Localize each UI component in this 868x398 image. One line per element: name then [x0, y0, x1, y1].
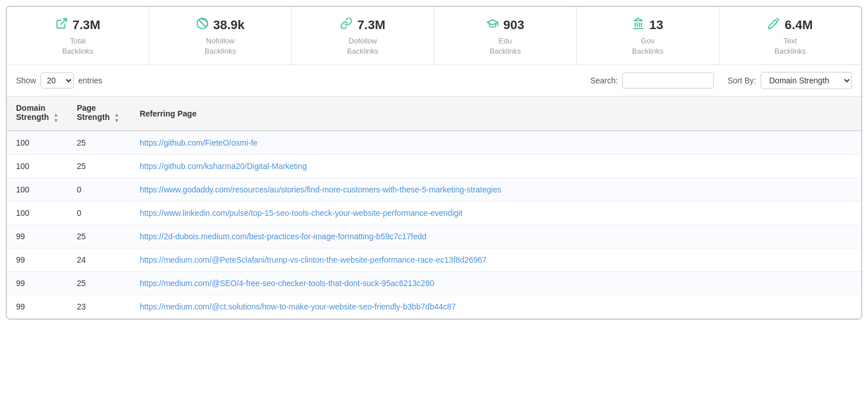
referring-page-link[interactable]: https://github.com/ksharma20/Digital-Mar…	[139, 162, 307, 171]
table-row: 9924https://medium.com/@PeteSclafani/tru…	[7, 248, 861, 272]
svg-line-9	[777, 18, 779, 21]
stat-value-dofollow-backlinks: 7.3M	[298, 17, 428, 33]
controls-row: Show 102050100 entries Search: Sort By: …	[7, 65, 861, 97]
stat-label-text-backlinks: TextBacklinks	[725, 36, 855, 57]
entries-select[interactable]: 102050100	[41, 73, 74, 89]
svg-marker-8	[634, 18, 643, 21]
table-row: 9925https://medium.com/@SEO/4-free-seo-c…	[7, 272, 861, 295]
stat-label-total-backlinks: TotalBacklinks	[13, 36, 143, 57]
cell-referring-page[interactable]: https://medium.com/@ct.solutions/how-to-…	[130, 295, 861, 319]
stat-label-gov-backlinks: GovBacklinks	[582, 36, 713, 57]
cell-domain-strength: 100	[7, 131, 67, 155]
stat-item-nofollow-backlinks: 38.9k NofollowBacklinks	[149, 7, 291, 65]
cell-domain-strength: 99	[7, 272, 67, 295]
col-header-referring-page: Referring Page	[130, 97, 861, 131]
stat-value-nofollow-backlinks: 38.9k	[155, 17, 285, 33]
cell-referring-page[interactable]: https://medium.com/@PeteSclafani/trump-v…	[130, 248, 861, 272]
referring-page-link[interactable]: https://medium.com/@ct.solutions/how-to-…	[139, 302, 455, 311]
stats-row: 7.3M TotalBacklinks 38.9k NofollowBackli…	[7, 7, 861, 65]
cell-page-strength: 25	[67, 272, 130, 295]
stat-item-gov-backlinks: 13 GovBacklinks	[577, 7, 719, 65]
cell-domain-strength: 100	[7, 155, 67, 178]
external-link-icon	[55, 17, 68, 33]
stat-number-nofollow-backlinks: 38.9k	[213, 18, 245, 33]
cell-page-strength: 25	[67, 225, 130, 248]
cell-page-strength: 24	[67, 248, 130, 272]
table-row: 1000https://www.godaddy.com/resources/au…	[7, 178, 861, 202]
referring-page-link[interactable]: https://medium.com/@PeteSclafani/trump-v…	[139, 255, 486, 264]
sort-arrows-domain-strength: ▲▼	[53, 112, 58, 123]
cell-referring-page[interactable]: https://www.linkedin.com/pulse/top-15-se…	[130, 202, 861, 225]
edu-icon	[486, 17, 499, 33]
cell-domain-strength: 100	[7, 178, 67, 202]
cell-domain-strength: 100	[7, 202, 67, 225]
svg-line-0	[61, 19, 66, 25]
cell-page-strength: 25	[67, 131, 130, 155]
table-header: DomainStrength ▲▼PageStrength ▲▼Referrin…	[7, 97, 861, 131]
cell-domain-strength: 99	[7, 295, 67, 319]
referring-page-link[interactable]: https://github.com/FieteO/osmi-fe	[139, 138, 257, 147]
sort-select[interactable]: Domain StrengthPage StrengthReferring Pa…	[761, 72, 852, 89]
stat-item-dofollow-backlinks: 7.3M DofollowBacklinks	[292, 7, 434, 65]
table-row: 9923https://medium.com/@ct.solutions/how…	[7, 295, 861, 319]
cell-domain-strength: 99	[7, 248, 67, 272]
cell-page-strength: 25	[67, 155, 130, 178]
col-header-domain-strength[interactable]: DomainStrength ▲▼	[7, 97, 67, 131]
stat-label-nofollow-backlinks: NofollowBacklinks	[155, 36, 285, 57]
nofollow-icon	[196, 17, 209, 33]
sort-arrows-page-strength: ▲▼	[114, 112, 119, 123]
stat-number-gov-backlinks: 13	[649, 18, 663, 33]
stat-number-dofollow-backlinks: 7.3M	[357, 18, 385, 33]
stat-label-dofollow-backlinks: DofollowBacklinks	[298, 36, 428, 57]
cell-page-strength: 23	[67, 295, 130, 319]
cell-referring-page[interactable]: https://2d-dubois.medium.com/best-practi…	[130, 225, 861, 248]
show-label: Show	[16, 76, 36, 85]
stat-item-text-backlinks: 6.4M TextBacklinks	[719, 7, 861, 65]
search-input[interactable]	[622, 73, 714, 89]
stat-label-edu-backlinks: EduBacklinks	[440, 36, 570, 57]
cell-referring-page[interactable]: https://github.com/FieteO/osmi-fe	[130, 131, 861, 155]
stat-value-edu-backlinks: 903	[440, 17, 570, 33]
gov-icon	[632, 17, 645, 33]
stat-value-text-backlinks: 6.4M	[725, 17, 855, 33]
referring-page-link[interactable]: https://www.godaddy.com/resources/au/sto…	[139, 185, 501, 194]
referring-page-link[interactable]: https://www.linkedin.com/pulse/top-15-se…	[139, 208, 462, 218]
stat-number-text-backlinks: 6.4M	[785, 18, 813, 33]
stat-item-total-backlinks: 7.3M TotalBacklinks	[7, 7, 149, 65]
cell-domain-strength: 99	[7, 225, 67, 248]
table-body: 10025https://github.com/FieteO/osmi-fe10…	[7, 131, 861, 319]
sort-label: Sort By:	[727, 76, 756, 85]
pencil-icon	[767, 17, 780, 33]
cell-page-strength: 0	[67, 178, 130, 202]
table-row: 9925https://2d-dubois.medium.com/best-pr…	[7, 225, 861, 248]
stat-number-edu-backlinks: 903	[503, 18, 525, 33]
cell-referring-page[interactable]: https://medium.com/@SEO/4-free-seo-check…	[130, 272, 861, 295]
table-row: 1000https://www.linkedin.com/pulse/top-1…	[7, 202, 861, 225]
referring-page-link[interactable]: https://2d-dubois.medium.com/best-practi…	[139, 232, 426, 241]
stat-item-edu-backlinks: 903 EduBacklinks	[434, 7, 577, 65]
cell-referring-page[interactable]: https://www.godaddy.com/resources/au/sto…	[130, 178, 861, 202]
svg-line-2	[198, 20, 206, 27]
search-label: Search:	[590, 76, 618, 85]
stat-value-gov-backlinks: 13	[582, 17, 713, 33]
table-row: 10025https://github.com/ksharma20/Digita…	[7, 155, 861, 178]
entries-label: entries	[78, 76, 102, 85]
table-container: DomainStrength ▲▼PageStrength ▲▼Referrin…	[7, 97, 861, 319]
main-container: 7.3M TotalBacklinks 38.9k NofollowBackli…	[6, 6, 862, 320]
referring-page-link[interactable]: https://medium.com/@SEO/4-free-seo-check…	[139, 279, 434, 288]
table-row: 10025https://github.com/FieteO/osmi-fe	[7, 131, 861, 155]
cell-page-strength: 0	[67, 202, 130, 225]
col-header-page-strength[interactable]: PageStrength ▲▼	[67, 97, 130, 131]
cell-referring-page[interactable]: https://github.com/ksharma20/Digital-Mar…	[130, 155, 861, 178]
stat-number-total-backlinks: 7.3M	[73, 18, 101, 33]
stat-value-total-backlinks: 7.3M	[13, 17, 143, 33]
dofollow-icon	[340, 17, 353, 33]
backlinks-table: DomainStrength ▲▼PageStrength ▲▼Referrin…	[7, 97, 861, 319]
